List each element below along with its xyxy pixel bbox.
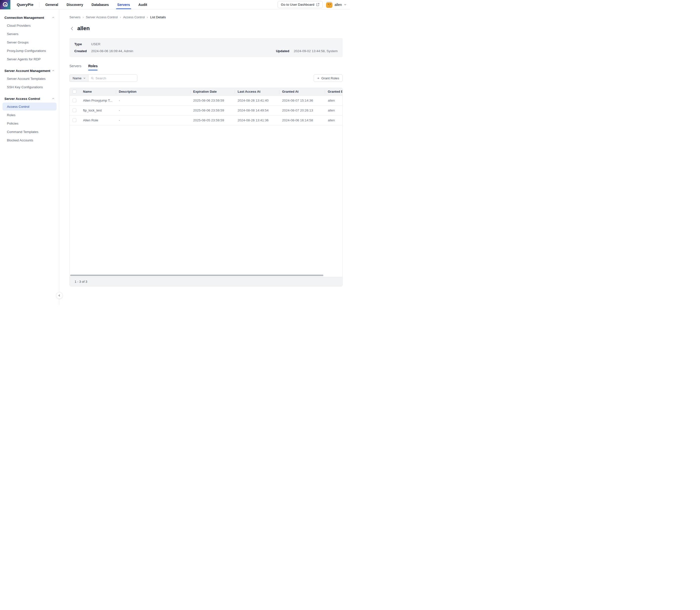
column-header-expiration-date: Expiration Date [190,88,235,95]
cell-granted-by: allen [325,95,342,105]
type-label: Type [74,42,91,46]
chevron-left-icon [58,294,61,297]
created-value: 2024-08-06 16:09:44, Admin [91,49,133,53]
breadcrumb-item-servers[interactable]: Servers [69,15,81,19]
select-all-header-cell [70,88,80,95]
cell-granted-at: 2024-08-06 16:14:58 [279,115,325,125]
sidebar-item-server-groups[interactable]: Server Groups [2,38,56,46]
sidebar-section-header-server-access-control[interactable]: Server Access Control [2,95,56,102]
querypie-logo-icon[interactable] [0,0,10,10]
cell-granted-by: allen [325,115,342,125]
tab-roles[interactable]: Roles [88,64,98,70]
table-row: Allen Role-2025-08-05 23:59:592024-08-26… [70,115,342,125]
row-checkbox[interactable] [72,109,76,112]
table-row: ftp_lock_test-2025-08-06 23:59:592024-08… [70,105,342,115]
chevron-left-icon [70,27,74,31]
pagination-summary: 1 - 3 of 3 [74,280,87,284]
page-title: allen [77,25,90,32]
column-header-granted-by: Granted By [325,88,342,95]
breadcrumb-separator-icon: › [147,16,148,19]
breadcrumb-item-list-details: List Details [150,15,166,19]
user-name: allen [334,3,342,7]
topnav-item-discovery[interactable]: Discovery [63,0,87,9]
sidebar-section-header-server-account-management[interactable]: Server Account Management [2,67,56,74]
sidebar-item-policies[interactable]: Policies [2,119,56,127]
search-group: Name [69,75,137,82]
cell-expiration-date: 2025-08-06 23:59:59 [190,95,235,105]
sidebar-item-server-account-templates[interactable]: Server Account Templates [2,75,56,83]
user-menu[interactable]: allen [326,1,347,8]
sidebar-collapse-button[interactable] [56,292,63,299]
row-checkbox[interactable] [72,99,76,102]
tab-servers[interactable]: Servers [69,64,81,70]
sidebar-item-ssh-key-configurations[interactable]: SSH Key Configurations [2,83,56,91]
sidebar-section-server-access-control: Server Access ControlAccess ControlRoles… [2,95,56,144]
topnav-item-general[interactable]: General [41,0,62,9]
go-to-user-dashboard-button[interactable]: Go to User Dashboard [278,1,322,8]
back-button[interactable] [69,26,74,31]
breadcrumb-item-server-access-control[interactable]: Server Access Control [86,15,118,19]
horizontal-scrollbar [70,274,342,277]
breadcrumb-item-access-control[interactable]: Access Control [123,15,145,19]
plus-icon: + [317,76,319,80]
cell-description: - [116,105,190,115]
detail-meta-panel: Type USER Created 2024-08-06 16:09:44, A… [69,38,343,57]
search-box [88,75,137,82]
search-input[interactable] [96,76,135,80]
column-header-granted-at: Granted At [279,88,325,95]
cell-description: - [116,95,190,105]
horizontal-scrollbar-thumb[interactable] [70,275,323,276]
filter-field-select[interactable]: Name [69,75,88,82]
chevron-up-icon [52,16,54,19]
sidebar-section-connection-management: Connection ManagementCloud ProvidersServ… [2,14,56,63]
sidebar-section-title: Connection Management [4,16,44,19]
sidebar-item-blocked-accounts[interactable]: Blocked Accounts [2,136,56,144]
sidebar-item-cloud-providers[interactable]: Cloud Providers [2,21,56,29]
row-select-cell [70,95,80,105]
roles-table-card: NameDescriptionExpiration DateLast Acces… [69,88,343,287]
top-bar: QueryPie GeneralDiscoveryDatabasesServer… [0,0,350,10]
main-content: Servers›Server Access Control›Access Con… [60,10,350,305]
sidebar: Connection ManagementCloud ProvidersServ… [0,10,59,305]
topbar-divider [39,2,39,7]
updated-label: Updated [276,49,294,53]
grant-roles-button[interactable]: + Grant Roles [314,75,343,82]
column-header-description: Description [116,88,190,95]
chevron-down-icon [344,3,347,6]
topnav-item-servers[interactable]: Servers [113,0,134,9]
cell-name[interactable]: Allen Role [80,115,116,125]
sidebar-item-roles[interactable]: Roles [2,111,56,119]
sidebar-section-header-connection-management[interactable]: Connection Management [2,14,56,21]
chevron-up-icon [52,97,54,100]
external-link-icon [316,3,319,6]
sidebar-item-servers[interactable]: Servers [2,30,56,38]
created-label: Created [74,49,91,53]
cell-last-access-at: 2024-08-26 13:41:36 [235,115,279,125]
topnav-item-databases[interactable]: Databases [87,0,113,9]
title-row: allen [69,25,343,32]
cell-name[interactable]: ftp_lock_test [80,105,116,115]
row-checkbox[interactable] [72,118,76,122]
topnav-item-audit[interactable]: Audit [134,0,151,9]
breadcrumb: Servers›Server Access Control›Access Con… [69,15,343,19]
brand-name: QueryPie [17,2,33,7]
sidebar-item-command-templates[interactable]: Command Templates [2,128,56,136]
sidebar-item-server-agents-for-rdp[interactable]: Server Agents for RDP [2,55,56,63]
user-avatar [326,1,332,8]
sidebar-section-server-account-management: Server Account ManagementServer Account … [2,67,56,91]
column-header-last-access-at: Last Access At [235,88,279,95]
select-all-checkbox[interactable] [72,90,76,93]
filter-field-label: Name [72,76,82,80]
table-body: Allen Proxyjump T...-2025-08-06 23:59:59… [70,95,342,125]
type-value: USER [91,42,101,46]
sidebar-item-access-control[interactable]: Access Control [2,102,56,111]
row-select-cell [70,115,80,125]
chevron-down-icon [83,77,86,79]
cell-granted-at: 2024-08-07 15:14:36 [279,95,325,105]
table-row: Allen Proxyjump T...-2025-08-06 23:59:59… [70,95,342,105]
detail-tabs: ServersRoles [69,64,343,70]
search-icon [91,77,94,80]
cell-name[interactable]: Allen Proxyjump T... [80,95,116,105]
cell-granted-at: 2024-08-07 20:26:13 [279,105,325,115]
sidebar-item-proxyjump-configurations[interactable]: ProxyJump Configurations [2,47,56,54]
